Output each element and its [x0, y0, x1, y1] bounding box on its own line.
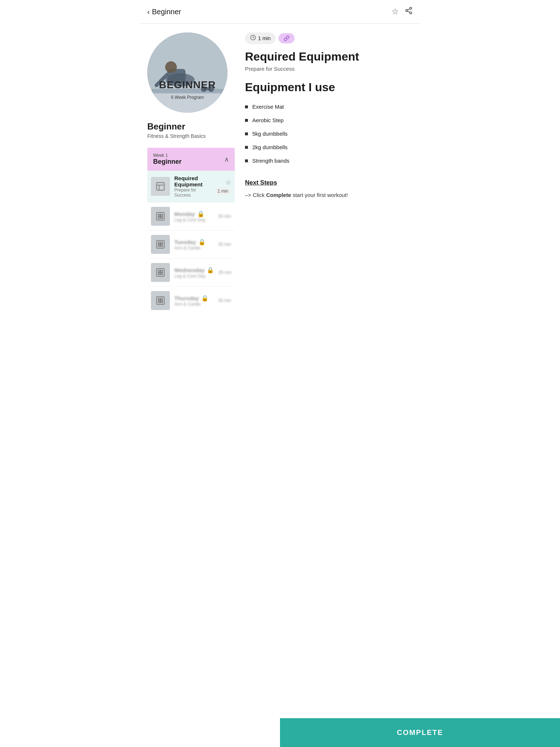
section-desc: Prepare for Success [245, 66, 413, 72]
favorite-button[interactable]: ☆ [392, 7, 399, 16]
svg-rect-26 [161, 242, 163, 244]
bullet-icon [245, 119, 248, 122]
section-title: Required Equipment [245, 50, 413, 63]
equipment-title: Equipment I use [245, 81, 413, 94]
workout-name: Thursday [174, 295, 199, 301]
workout-desc: Arm & Cardio [174, 302, 214, 307]
workout-info: Monday 🔒 Leg & Core Day [174, 210, 214, 222]
svg-rect-21 [161, 214, 163, 216]
chevron-up-icon: ∧ [224, 155, 229, 163]
duration-text: 1 min [258, 35, 271, 41]
favorite-icon[interactable]: ☆ [225, 178, 231, 186]
list-item[interactable]: Tuesday 🔒 Arm & Cardio 35 min [147, 231, 235, 259]
next-steps-prefix: –> Click [245, 192, 266, 198]
list-item: Strength bands [245, 154, 413, 167]
workout-desc: Leg & Core Day [174, 217, 214, 222]
left-column: BEGINNER 6 Week Program Beginner Fitness… [147, 32, 235, 314]
list-item: 2kg dumbbells [245, 140, 413, 154]
workout-desc: Leg & Core Day [174, 274, 214, 279]
svg-rect-37 [158, 301, 160, 303]
image-subtitle: 6 Week Program [171, 95, 204, 100]
svg-rect-36 [161, 298, 163, 300]
duration-badge: 1 min [215, 188, 231, 194]
workout-name: Tuesday [174, 239, 196, 245]
svg-rect-25 [158, 242, 160, 244]
svg-rect-7 [147, 91, 228, 113]
bullet-icon [245, 146, 248, 149]
svg-rect-33 [161, 273, 163, 275]
week-header[interactable]: Week 1 Beginner ∧ [147, 148, 235, 171]
next-steps-bold: Complete [266, 192, 291, 198]
bullet-icon [245, 105, 248, 108]
next-steps-text: –> Click Complete start your first worko… [245, 191, 413, 200]
workout-meta: 35 min [218, 242, 231, 247]
week-header-text: Week 1 Beginner [153, 153, 182, 166]
duration-text: 35 min [218, 270, 232, 275]
svg-line-3 [408, 11, 410, 12]
svg-rect-32 [158, 273, 160, 275]
svg-rect-35 [158, 298, 160, 300]
share-icon [405, 7, 413, 17]
equipment-list: Exercise Mat Aerobic Step 5kg dumbbells … [245, 100, 413, 167]
duration-text: 35 min [218, 242, 231, 247]
lock-icon: 🔒 [201, 295, 209, 302]
list-item[interactable]: Required Equipment Prepare for Success ☆… [147, 171, 235, 202]
svg-rect-16 [157, 183, 164, 190]
right-column: 1 min Required Equipment Prepare for Suc… [235, 32, 413, 314]
bullet-icon [245, 159, 248, 162]
workout-desc: Arm & Cardio [174, 245, 214, 251]
list-item[interactable]: Wednesday 🔒 Leg & Core Day 35 min [147, 259, 235, 287]
svg-rect-38 [161, 301, 163, 303]
svg-line-4 [408, 9, 410, 10]
bullet-icon [245, 132, 248, 135]
workout-name: Monday [174, 211, 195, 217]
svg-rect-23 [161, 217, 163, 218]
clock-icon [250, 35, 256, 42]
workout-image: BEGINNER 6 Week Program [147, 32, 228, 113]
equipment-item: Strength bands [252, 158, 289, 164]
next-steps-title: Next Steps [245, 179, 413, 186]
lock-icon: 🔒 [198, 239, 206, 245]
svg-rect-22 [158, 217, 160, 218]
header: ‹ Beginner ☆ [140, 0, 420, 24]
workout-meta: 35 min [218, 214, 231, 219]
header-right: ☆ [392, 7, 413, 17]
workout-desc: Prepare for Success [174, 187, 210, 198]
week-name: Beginner [153, 158, 182, 166]
next-steps-suffix: start your first workout! [291, 192, 348, 198]
duration-text: 35 min [218, 298, 231, 303]
time-badge: 1 min [245, 32, 276, 44]
workout-thumbnail [151, 207, 170, 226]
program-subtitle: Fitness & Strength Basics [147, 133, 235, 139]
workout-thumbnail [151, 291, 170, 310]
equipment-item: 5kg dumbbells [252, 131, 288, 137]
link-badge[interactable] [279, 33, 295, 43]
workout-illustration [147, 32, 228, 113]
week-label: Week 1 [153, 153, 182, 158]
main-content: BEGINNER 6 Week Program Beginner Fitness… [140, 24, 420, 323]
svg-rect-27 [158, 245, 160, 247]
workout-info: Required Equipment Prepare for Success [174, 175, 210, 198]
list-item[interactable]: Thursday 🔒 Arm & Cardio 35 min [147, 287, 235, 314]
workout-thumbnail [151, 177, 170, 196]
program-title: Beginner [147, 121, 235, 132]
back-button[interactable]: ‹ Beginner [147, 8, 181, 16]
back-chevron-icon: ‹ [147, 8, 150, 16]
list-item[interactable]: Monday 🔒 Leg & Core Day 35 min [147, 202, 235, 231]
workout-name: Required Equipment [174, 175, 210, 187]
back-label: Beginner [152, 8, 181, 16]
workout-info: Tuesday 🔒 Arm & Cardio [174, 239, 214, 251]
star-icon: ☆ [392, 7, 399, 16]
lock-icon: 🔒 [207, 267, 214, 274]
equipment-item: Exercise Mat [252, 104, 284, 110]
workout-info: Wednesday 🔒 Leg & Core Day [174, 267, 214, 279]
workout-meta: 35 min [218, 298, 231, 303]
lock-icon: 🔒 [197, 210, 205, 217]
svg-rect-20 [158, 214, 160, 216]
svg-rect-28 [161, 245, 163, 247]
image-title: BEGINNER [159, 79, 216, 91]
week-section: Week 1 Beginner ∧ Required Equipment [147, 148, 235, 314]
equipment-item: 2kg dumbbells [252, 144, 288, 150]
share-button[interactable] [405, 7, 413, 17]
header-left: ‹ Beginner [147, 8, 181, 16]
